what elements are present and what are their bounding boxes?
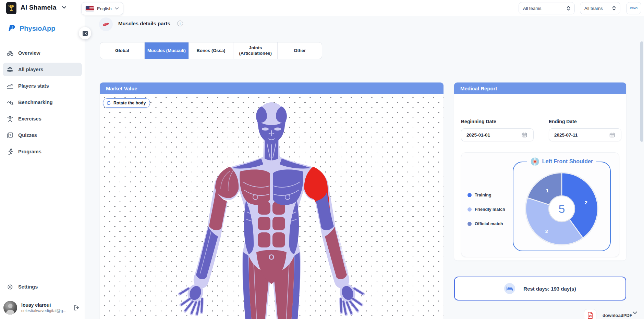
body-part-icon bbox=[531, 157, 539, 166]
market-value-header: Market Value bbox=[100, 82, 443, 94]
sidebar-item-label: Exercises bbox=[18, 116, 41, 122]
sidebar-item-label: Players stats bbox=[18, 83, 49, 89]
app-logo[interactable]: PhysioApp bbox=[7, 24, 55, 33]
sidebar-item-programs[interactable]: Programs bbox=[3, 145, 82, 158]
rotate-body-button[interactable]: Rotate the body bbox=[103, 98, 150, 108]
rest-days-text: Rest days: 193 day(s) bbox=[523, 286, 576, 292]
muscle-icon bbox=[102, 22, 110, 27]
slice-label-official: 1 bbox=[546, 188, 549, 193]
us-flag-icon bbox=[86, 6, 94, 11]
trophy-icon bbox=[8, 4, 14, 12]
scrollbar-thumb[interactable] bbox=[640, 41, 643, 142]
select-chevrons-icon bbox=[612, 5, 616, 11]
app-name: PhysioApp bbox=[20, 25, 55, 33]
legend-dot bbox=[467, 193, 472, 197]
legend-dot bbox=[467, 222, 472, 226]
download-pdf-label: downloadPDF bbox=[603, 313, 632, 318]
binoculars-icon bbox=[6, 49, 14, 57]
market-value-panel: Market Value Rotate the body bbox=[100, 82, 443, 319]
donut-total: 5 bbox=[559, 202, 565, 215]
donut-chart-box: Left Front Shoulder 2 2 1 5 bbox=[513, 162, 611, 251]
beginning-date-label: Beginning Date bbox=[461, 119, 496, 124]
main-content: Muscles details parts i Global Muscles (… bbox=[85, 16, 644, 319]
donut-chart[interactable]: 2 2 1 5 bbox=[524, 171, 599, 246]
collapse-sidebar-icon bbox=[82, 30, 88, 36]
tabbar: Global Muscles (Musculi) Bones (Ossa) Jo… bbox=[100, 42, 322, 59]
avatar bbox=[3, 301, 17, 315]
team-filter-1[interactable]: All teams bbox=[519, 2, 575, 14]
sidebar-item-benchmarking[interactable]: Benchmarking bbox=[3, 95, 82, 109]
brand-name[interactable]: Al Shamela bbox=[21, 4, 56, 11]
users-icon bbox=[6, 66, 14, 73]
trophy-logo-icon[interactable] bbox=[6, 2, 16, 14]
market-value-body: Rotate the body bbox=[100, 94, 443, 319]
sidebar: PhysioApp Overview All players Players s… bbox=[0, 16, 85, 319]
legend-item-friendly-match: Friendly match bbox=[467, 207, 505, 212]
tab-muscles[interactable]: Muscles (Musculi) bbox=[145, 42, 189, 59]
legend-dot bbox=[467, 207, 472, 212]
tab-joints[interactable]: Joints (Articulationes) bbox=[233, 42, 278, 59]
body-muscle-diagram[interactable] bbox=[175, 100, 367, 319]
sidebar-item-label: Programs bbox=[18, 149, 41, 154]
chart-title: Left Front Shoulder bbox=[542, 158, 593, 165]
sidebar-divider bbox=[4, 297, 81, 297]
sidebar-item-overview[interactable]: Overview bbox=[3, 46, 82, 60]
muscle-badge bbox=[99, 17, 113, 31]
slice-label-friendly: 2 bbox=[545, 228, 548, 234]
sidebar-item-label: Benchmarking bbox=[18, 100, 53, 105]
chevron-down-icon[interactable] bbox=[62, 6, 66, 9]
physioapp-logo-icon bbox=[7, 24, 16, 33]
tab-global[interactable]: Global bbox=[100, 42, 145, 59]
select-chevrons-icon bbox=[567, 5, 570, 11]
team-filter-2[interactable]: All teams bbox=[580, 2, 620, 14]
chart-title-tab: Left Front Shoulder bbox=[527, 157, 596, 166]
logout-icon[interactable] bbox=[73, 304, 80, 311]
medical-report-panel: Medical Report Beginning Date Ending Dat… bbox=[454, 82, 626, 260]
svg-text:?: ? bbox=[9, 133, 11, 137]
sidebar-collapse-button[interactable] bbox=[79, 27, 91, 39]
page-title: Muscles details parts bbox=[118, 21, 170, 26]
rotate-body-label: Rotate the body bbox=[113, 101, 146, 105]
legend-item-training: Training bbox=[467, 193, 491, 197]
cwd-logo: CWD bbox=[630, 7, 638, 10]
gear-icon bbox=[6, 283, 14, 291]
tab-other[interactable]: Other bbox=[278, 42, 322, 59]
sidebar-item-quizzes[interactable]: ? Quizzes bbox=[3, 128, 82, 142]
language-label: English bbox=[97, 6, 112, 11]
sidebar-item-players-stats[interactable]: Players stats bbox=[3, 79, 82, 93]
sidebar-item-label: Overview bbox=[18, 50, 40, 56]
sidebar-item-exercises[interactable]: Exercises bbox=[3, 112, 82, 126]
rest-days-box[interactable]: Rest days: 193 day(s) bbox=[454, 277, 626, 301]
medical-report-body: Beginning Date Ending Date Training Frie… bbox=[454, 94, 626, 260]
legend-item-official-match: Official match bbox=[467, 221, 503, 226]
chevron-down-icon bbox=[115, 7, 119, 10]
user-name: louay elaroui bbox=[21, 302, 69, 308]
ending-date-label: Ending Date bbox=[549, 119, 577, 124]
quiz-icon: ? bbox=[6, 131, 14, 139]
topbar: Al Shamela English All teams All teams C… bbox=[0, 0, 644, 16]
refresh-icon bbox=[106, 101, 111, 105]
medical-report-header: Medical Report bbox=[454, 82, 626, 94]
user-email: celestialwavedigital@g... bbox=[21, 308, 68, 313]
info-icon[interactable]: i bbox=[177, 21, 183, 26]
runner-icon bbox=[6, 148, 14, 155]
tab-bones[interactable]: Bones (Ossa) bbox=[189, 42, 233, 59]
sidebar-item-settings[interactable]: Settings bbox=[3, 280, 82, 294]
language-selector[interactable]: English bbox=[81, 2, 123, 15]
chart-search-icon bbox=[6, 99, 14, 106]
pdf-icon bbox=[584, 309, 596, 319]
bed-icon bbox=[504, 283, 515, 294]
line-chart-icon bbox=[6, 82, 14, 90]
calendar-icon[interactable] bbox=[522, 132, 527, 138]
sidebar-item-label: All players bbox=[18, 67, 43, 72]
cwd-logo-button[interactable]: CWD bbox=[626, 2, 641, 14]
user-profile[interactable]: louay elaroui celestialwavedigital@g... bbox=[3, 301, 83, 315]
shoulder-report-card: Training Friendly match Official match bbox=[461, 152, 619, 257]
stretch-person-icon bbox=[6, 115, 14, 123]
sidebar-item-all-players[interactable]: All players bbox=[3, 63, 82, 76]
download-pdf[interactable]: downloadPDF bbox=[584, 309, 632, 319]
calendar-icon[interactable] bbox=[609, 132, 615, 138]
chevron-down-icon[interactable] bbox=[632, 311, 637, 315]
sidebar-item-label: Settings bbox=[18, 284, 38, 290]
sidebar-item-label: Quizzes bbox=[18, 132, 37, 138]
